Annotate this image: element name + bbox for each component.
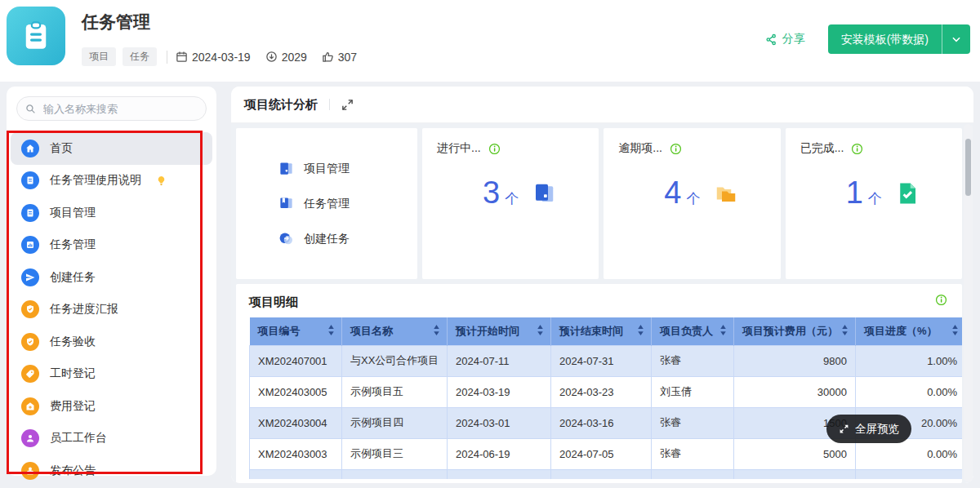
- divider: [167, 51, 167, 64]
- info-icon[interactable]: [851, 143, 863, 155]
- column-header[interactable]: 项目预计费用（元）: [734, 317, 856, 345]
- project-table-body: XM202407001与XX公司合作项目2024-07-112024-07-31…: [250, 345, 963, 479]
- shield-check-icon: [21, 300, 39, 318]
- clipboard-icon: [19, 19, 53, 53]
- table-cell: XM202403003: [250, 438, 342, 469]
- quick-links-card: 项目管理 任务管理 创建任务: [236, 128, 417, 279]
- table-cell: 张睿: [652, 345, 734, 376]
- sidebar-item-create-task[interactable]: 创建任务: [11, 261, 212, 294]
- sphere-arrow-icon: [278, 231, 294, 246]
- column-label: 项目进度（%）: [864, 324, 938, 339]
- sidebar-item-task-management[interactable]: 任务管理: [11, 229, 212, 262]
- send-icon: [21, 268, 39, 286]
- column-header[interactable]: 预计开始时间: [448, 317, 551, 345]
- table-cell: 示例项目四: [342, 407, 448, 438]
- info-icon[interactable]: [935, 294, 947, 309]
- sidebar-item-project-management[interactable]: 项目管理: [11, 197, 212, 229]
- fullscreen-preview-label: 全屏预览: [855, 422, 899, 437]
- info-icon[interactable]: [670, 143, 682, 155]
- person-icon: [21, 429, 39, 447]
- table-cell: 2024-03-23: [551, 376, 652, 407]
- column-label: 项目编号: [258, 324, 301, 339]
- doc-icon: [21, 171, 39, 189]
- sidebar-item-progress-report[interactable]: 任务进度汇报: [11, 294, 212, 326]
- column-header[interactable]: 项目名称: [342, 317, 448, 345]
- sidebar-search[interactable]: [16, 96, 207, 121]
- table-cell: 张睿: [652, 407, 734, 438]
- table-cell: [856, 469, 963, 479]
- book-bookmark-icon: [278, 196, 294, 211]
- expand-icon[interactable]: [341, 99, 354, 111]
- column-header[interactable]: 项目编号: [250, 317, 342, 345]
- share-icon: [765, 33, 777, 46]
- column-header[interactable]: 项目负责人: [652, 317, 734, 345]
- sidebar-item-home[interactable]: 首页: [11, 132, 212, 165]
- stats-cards-row: 项目管理 任务管理 创建任务: [236, 128, 962, 279]
- search-input[interactable]: [42, 102, 192, 116]
- table-row-partial: [250, 469, 963, 479]
- date-item: 2024-03-19: [176, 51, 251, 64]
- stat-value: 3个: [483, 175, 519, 211]
- quick-link-task-management[interactable]: 任务管理: [278, 196, 417, 211]
- share-button[interactable]: 分享: [765, 32, 805, 47]
- sort-icon[interactable]: [537, 325, 544, 338]
- table-cell: 与XX公司合作项目: [342, 345, 448, 376]
- thumbs-up-icon: [322, 51, 334, 63]
- sidebar-menu: 首页 任务管理使用说明 项目管理 任务管理: [7, 129, 216, 487]
- tag-icon: [21, 365, 39, 383]
- stat-value: 1个: [846, 175, 882, 211]
- likes-count: 307: [338, 51, 357, 64]
- sort-icon[interactable]: [327, 325, 335, 338]
- sidebar-item-employee-workbench[interactable]: 员工工作台: [11, 423, 212, 455]
- table-cell: 2024-03-16: [551, 407, 652, 438]
- sidebar-item-label: 项目管理: [50, 206, 96, 220]
- table-cell: 9800: [734, 345, 856, 376]
- table-cell: 示例项目五: [342, 376, 448, 407]
- folder-orange-icon: [714, 181, 738, 206]
- table-row: XM202403005示例项目五2024-03-192024-03-23刘玉倩3…: [250, 376, 963, 407]
- sort-icon[interactable]: [433, 325, 440, 338]
- stat-title: 进行中...: [437, 141, 481, 156]
- tag-project: 项目: [82, 47, 116, 66]
- table-cell: 2024-07-31: [551, 345, 652, 376]
- sidebar-item-usage-guide[interactable]: 任务管理使用说明: [11, 165, 212, 197]
- sort-icon[interactable]: [841, 325, 849, 338]
- quick-link-project-management[interactable]: 项目管理: [278, 161, 417, 176]
- sort-icon[interactable]: [719, 325, 727, 338]
- quick-link-label: 任务管理: [304, 197, 350, 211]
- fullscreen-preview-button[interactable]: 全屏预览: [826, 415, 911, 443]
- sidebar-item-expense-register[interactable]: 费用登记: [11, 390, 212, 423]
- install-template-button[interactable]: 安装模板(带数据): [828, 24, 942, 54]
- stat-value: 4个: [664, 175, 700, 211]
- sort-icon[interactable]: [637, 325, 644, 338]
- table-cell: [734, 469, 856, 479]
- table-cell: 刘玉倩: [652, 376, 734, 407]
- sidebar-item-work-hours[interactable]: 工时登记: [11, 358, 212, 391]
- top-header: 任务管理 项目 任务 2024-03-19 2029 307: [0, 0, 980, 82]
- column-header[interactable]: 预计结束时间: [551, 317, 652, 345]
- sidebar-item-label: 首页: [50, 141, 73, 156]
- sort-icon[interactable]: [951, 325, 959, 338]
- table-cell: 30000: [734, 376, 856, 407]
- column-label: 项目负责人: [660, 324, 713, 339]
- sidebar-item-publish-announcement[interactable]: 发布公告: [11, 455, 212, 487]
- table-header-row: 项目编号项目名称预计开始时间预计结束时间项目负责人项目预计费用（元）项目进度（%…: [250, 317, 963, 345]
- details-title: 项目明细: [249, 295, 949, 310]
- table-cell: 示例项目三: [342, 438, 448, 469]
- sidebar-item-label: 任务进度汇报: [50, 302, 118, 317]
- home-icon: [21, 140, 39, 157]
- install-dropdown-button[interactable]: [942, 24, 970, 54]
- project-table-head: 项目编号项目名称预计开始时间预计结束时间项目负责人项目预计费用（元）项目进度（%…: [250, 317, 963, 345]
- stat-card-overdue: 逾期项... 4个: [604, 128, 780, 279]
- scrollbar-thumb[interactable]: [965, 139, 971, 196]
- table-cell: 2024-03-19: [448, 376, 551, 407]
- table-cell: 张睿: [652, 438, 734, 469]
- info-icon[interactable]: [488, 143, 501, 155]
- sidebar-item-label: 费用登记: [50, 399, 96, 414]
- table-cell: [652, 469, 734, 479]
- vault-icon: [21, 397, 39, 415]
- sidebar-item-task-acceptance[interactable]: 任务验收: [11, 326, 212, 358]
- column-header[interactable]: 项目进度（%）: [856, 317, 963, 345]
- quick-link-create-task[interactable]: 创建任务: [278, 231, 417, 246]
- table-cell: [342, 469, 448, 479]
